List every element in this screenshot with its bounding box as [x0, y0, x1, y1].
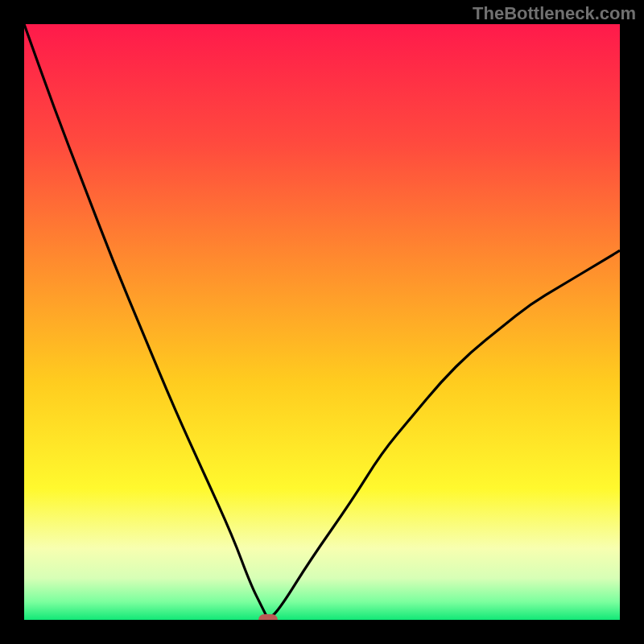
- bottleneck-curve: [24, 24, 620, 620]
- optimal-marker: [258, 614, 278, 620]
- chart-container: TheBottleneck.com: [0, 0, 644, 644]
- plot-area: [24, 24, 620, 620]
- watermark-text: TheBottleneck.com: [473, 3, 636, 24]
